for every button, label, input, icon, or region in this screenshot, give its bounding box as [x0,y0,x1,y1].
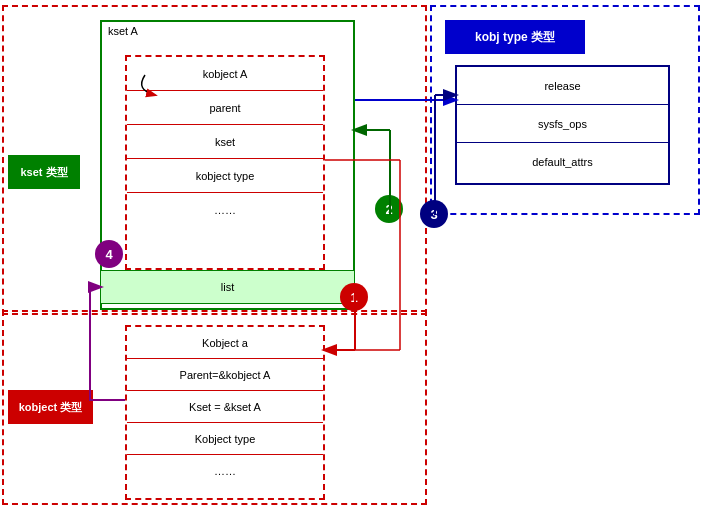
kobject-a-row: Kobject a [127,327,323,359]
kset-a-label: kset A [108,25,138,37]
kset-type-label: kset 类型 [8,155,80,189]
kobject-a-inner: Kobject a Parent=&kobject A Kset = &kset… [125,325,325,500]
kobj-type-header: kobj type 类型 [445,20,585,54]
field-kset: kset [127,125,323,159]
field-default-attrs: default_attrs [457,143,668,181]
badge-4: 4 [95,240,123,268]
field-release: release [457,67,668,105]
kset-a-inner: kobject A parent kset kobject type …… [125,55,325,270]
badge-1: 1 [340,283,368,311]
badge-3: 3 [420,200,448,228]
field-kobject-type: kobject type [127,159,323,193]
diagram: kset A kobject A parent kset kobject typ… [0,0,709,511]
field-sysfs-ops: sysfs_ops [457,105,668,143]
field-dots: …… [127,193,323,227]
kobject-type-label: kobject 类型 [8,390,93,424]
badge-2: 2 [375,195,403,223]
kobject-type-row: Kobject type [127,423,323,455]
field-kobject-a: kobject A [127,57,323,91]
dots-row: …… [127,455,323,487]
parent-row: Parent=&kobject A [127,359,323,391]
kset-row: Kset = &kset A [127,391,323,423]
list-row: list [100,270,355,304]
field-parent: parent [127,91,323,125]
kobj-fields-box: release sysfs_ops default_attrs [455,65,670,185]
